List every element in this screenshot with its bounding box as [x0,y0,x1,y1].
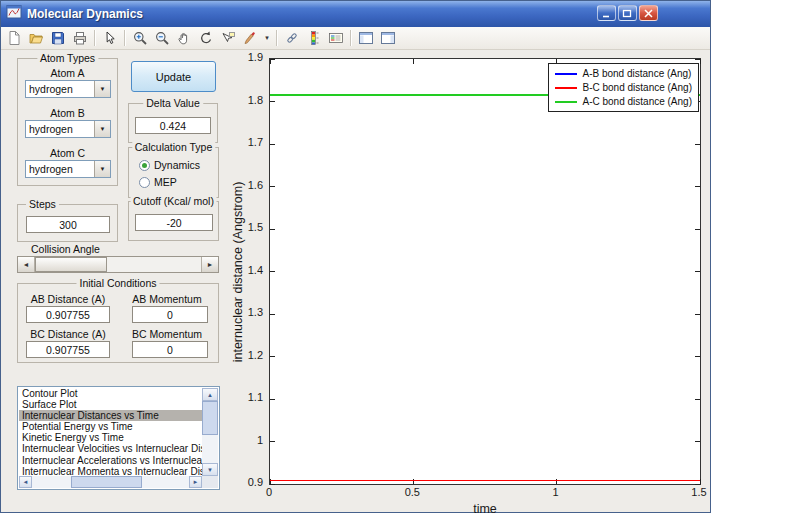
new-figure-button[interactable] [3,28,25,48]
cutoff-field[interactable] [135,214,213,231]
y-tick-mark [270,441,275,442]
slider-track[interactable] [35,257,201,272]
scroll-left-icon[interactable]: ◄ [19,476,32,488]
list-item[interactable]: Internuclear Accelerations vs Internucle… [19,455,202,466]
legend[interactable]: A-B bond distance (Ang)B-C bond distance… [548,63,699,112]
steps-field[interactable] [26,216,110,233]
list-item[interactable]: Kinetic Energy vs Time [19,432,202,443]
open-file-icon [28,30,44,46]
x-axis-label: time [473,502,497,516]
y-tick-label: 1.5 [229,221,263,233]
show-plot-tools-icon [380,30,396,46]
radio-mep[interactable]: MEP [139,176,177,188]
ab-distance-field[interactable] [26,306,110,323]
y-tick-mark [695,144,700,145]
minimize-button[interactable] [597,5,616,21]
legend-entry-label: B-C bond distance (Ang) [582,82,692,93]
legend-entry-label: A-C bond distance (Ang) [582,96,692,107]
x-tick-label: 1 [536,486,576,498]
y-tick-label: 1.1 [229,391,263,403]
show-plot-tools-button[interactable] [377,28,399,48]
atom-c-select[interactable]: hydrogen ▼ [25,160,111,178]
bc-momentum-field[interactable] [132,341,208,358]
y-tick-mark [270,356,275,357]
plot-axes: A-B bond distance (Ang)B-C bond distance… [269,58,701,485]
open-file-button[interactable] [25,28,47,48]
insert-colorbar-icon [306,30,322,46]
print-figure-icon [72,30,88,46]
list-item[interactable]: Potential Energy vs Time [19,421,202,432]
data-cursor-button[interactable] [217,28,239,48]
bc-distance-field[interactable] [26,341,110,358]
scrollbar-corner [202,476,218,488]
link-plot-button[interactable] [281,28,303,48]
x-tick-label: 1.5 [679,486,719,498]
delta-value-panel: Delta Value [128,103,218,143]
delta-value-field[interactable] [135,117,211,134]
atom-b-select[interactable]: hydrogen ▼ [25,120,111,138]
list-vertical-scrollbar[interactable]: ▲ ▼ [202,388,218,476]
y-tick-mark [270,399,275,400]
insert-legend-button[interactable] [325,28,347,48]
ab-momentum-field[interactable] [132,306,208,323]
list-item[interactable]: Surface Plot [19,399,202,410]
maximize-button[interactable] [618,5,637,21]
update-button[interactable]: Update [131,61,216,92]
pan-button[interactable] [173,28,195,48]
zoom-in-button[interactable] [129,28,151,48]
collision-angle-slider[interactable]: ◄ ► [17,256,219,273]
brush-menu-button[interactable]: ▾ [261,28,273,48]
list-item[interactable]: Internuclear Momenta vs Internuclear Dis… [19,466,202,476]
title-bar[interactable]: Molecular Dynamics [1,1,710,27]
menu-arrow-icon: ▾ [265,34,269,42]
list-item[interactable]: Internuclear Distances vs Time [19,410,202,421]
scrollbar-thumb[interactable] [202,401,218,435]
list-horizontal-scrollbar[interactable]: ◄ ► [19,476,202,488]
list-item[interactable]: Internuclear Velocities vs Internuclear … [19,443,202,454]
chevron-down-icon[interactable]: ▼ [94,81,110,97]
y-tick-label: 1.9 [229,51,263,63]
plot-type-listbox: Contour PlotSurface PlotInternuclear Dis… [17,386,220,490]
slider-left-arrow-icon[interactable]: ◄ [18,257,35,272]
insert-colorbar-button[interactable] [303,28,325,48]
window-controls [597,5,658,21]
chevron-down-icon[interactable]: ▼ [94,161,110,177]
scroll-down-icon[interactable]: ▼ [202,463,218,476]
y-tick-mark [695,186,700,187]
y-tick-mark [270,144,275,145]
x-tick-label: 0.5 [392,486,432,498]
print-figure-button[interactable] [69,28,91,48]
zoom-out-icon [154,30,170,46]
atom-types-panel: Atom Types Atom A hydrogen ▼ Atom B hydr… [17,58,118,186]
atom-b-value: hydrogen [26,121,94,137]
radio-dynamics[interactable]: Dynamics [139,159,200,171]
scrollbar-track[interactable] [202,401,218,463]
data-cursor-icon [220,30,236,46]
bc-distance-label: BC Distance (A) [22,328,114,340]
hide-plot-tools-button[interactable] [355,28,377,48]
radio-dynamics-label: Dynamics [154,159,200,171]
close-button[interactable] [639,5,658,21]
steps-title: Steps [26,198,59,210]
legend-line-sample [555,87,577,89]
slider-right-arrow-icon[interactable]: ► [201,257,218,272]
hide-plot-tools-icon [358,30,374,46]
chevron-down-icon[interactable]: ▼ [94,121,110,137]
scroll-up-icon[interactable]: ▲ [202,388,218,401]
slider-thumb[interactable] [35,257,107,272]
list-item[interactable]: Contour Plot [19,388,202,399]
edit-plot-button[interactable] [99,28,121,48]
scroll-right-icon[interactable]: ► [189,476,202,488]
brush-button[interactable] [239,28,261,48]
maximize-icon [622,9,633,18]
scrollbar-track[interactable] [32,476,189,488]
scrollbar-thumb[interactable] [71,476,142,488]
save-figure-button[interactable] [47,28,69,48]
atom-a-value: hydrogen [26,81,94,97]
atom-a-select[interactable]: hydrogen ▼ [25,80,111,98]
legend-entry: B-C bond distance (Ang) [555,82,692,93]
y-tick-label: 1.3 [229,306,263,318]
zoom-out-button[interactable] [151,28,173,48]
rotate-3d-button[interactable] [195,28,217,48]
y-tick-label: 1.8 [229,94,263,106]
